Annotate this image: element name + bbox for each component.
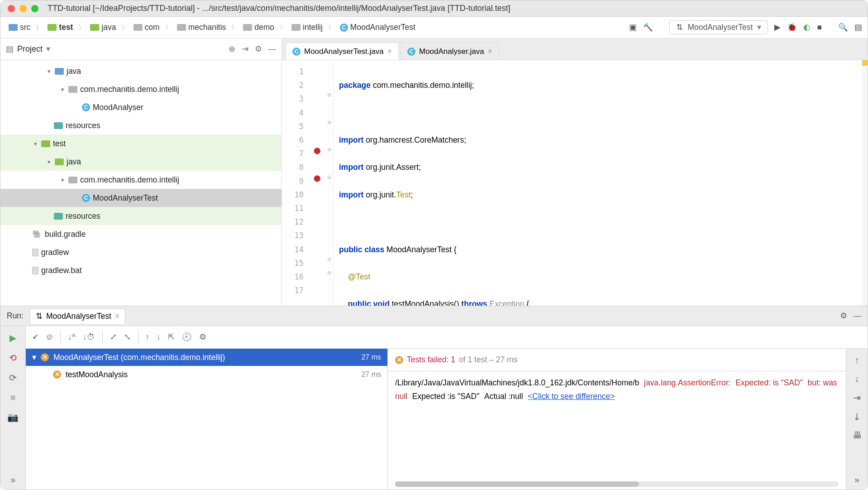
more-icon[interactable]: » (854, 475, 859, 485)
console-output[interactable]: /Library/Java/JavaVirtualMachines/jdk1.8… (388, 371, 846, 490)
run-tool-window: Run: ⇅ MoodAnalyserTest × ⚙ — ▶ ⟲ ⟳ ■ 📷 … (0, 306, 868, 490)
debug-button[interactable]: 🐞 (787, 23, 797, 32)
tab-moodanalyser[interactable]: CMoodAnalyser.java× (401, 43, 499, 60)
crumb-java[interactable]: java (87, 21, 119, 34)
maximize-window-button[interactable] (31, 5, 38, 12)
crumb-src[interactable]: src (6, 21, 33, 34)
run-config-select[interactable]: ⇅ MoodAnalyserTest ▾ (669, 20, 768, 34)
tree-java-main[interactable]: ▾java (0, 62, 281, 80)
tree-resources-test[interactable]: resources (0, 207, 281, 225)
hide-icon[interactable]: — (268, 44, 277, 54)
tree-test-root[interactable]: ▾test (0, 135, 281, 153)
project-structure-icon[interactable]: ▤ (854, 23, 862, 32)
collapse-all-button[interactable]: ⤡ (124, 332, 131, 342)
tab-moodanalysertest[interactable]: CMoodAnalyserTest.java× (286, 43, 399, 60)
code-editor[interactable]: 1234567891011121314151617 ⬤ ⬤ ⊖⊖⊖⊖⊖⊖ pac… (282, 60, 868, 306)
chevron-down-icon: ▾ (757, 23, 761, 32)
crumb-demo[interactable]: demo (240, 21, 277, 34)
collapse-icon[interactable]: ⇥ (242, 44, 248, 54)
print-button[interactable]: 🖶 (853, 430, 862, 441)
crumb-intellij[interactable]: intellij (289, 21, 325, 34)
rerun-failed-button[interactable]: ⟲ (9, 352, 17, 363)
next-test-button[interactable]: ↓ (157, 332, 161, 342)
tree-gradlew[interactable]: gradlew (0, 243, 281, 261)
run-tab[interactable]: ⇅ MoodAnalyserTest × (30, 308, 125, 324)
stop-button[interactable]: ■ (10, 392, 15, 403)
sort-alpha-button[interactable]: ↓ᴬ (68, 332, 76, 342)
stop-button[interactable]: ■ (817, 23, 822, 32)
scroll-to-end-button[interactable]: ⤓ (853, 411, 861, 422)
close-window-button[interactable] (8, 5, 15, 12)
hide-icon[interactable]: — (854, 311, 862, 321)
dump-button[interactable]: 📷 (7, 412, 19, 423)
run-button[interactable]: ▶ (774, 23, 781, 32)
fail-icon: ✕ (395, 356, 403, 364)
chevron-down-icon[interactable]: ▾ (46, 44, 50, 54)
tree-gradlew-bat[interactable]: gradlew.bat (0, 261, 281, 279)
export-button[interactable]: ⇱ (168, 332, 175, 342)
crumb-class[interactable]: CMoodAnalyserTest (337, 21, 418, 34)
test-case-row[interactable]: ✕ testMoodAnalysis 27 ms (26, 366, 387, 383)
navigation-bar: src〉 test〉 java〉 com〉 mechanitis〉 demo〉 … (0, 17, 868, 38)
close-icon[interactable]: × (115, 312, 119, 321)
navigate-target-icon[interactable]: ▣ (629, 23, 637, 32)
folder-icon (291, 24, 300, 31)
settings-button[interactable]: ⚙ (199, 332, 206, 342)
scroll-down-button[interactable]: ↓ (855, 374, 859, 384)
fold-gutter[interactable]: ⊖⊖⊖⊖⊖⊖ (325, 60, 334, 306)
toggle-auto-button[interactable]: ⟳ (9, 372, 17, 383)
crumb-test[interactable]: test (45, 21, 76, 34)
class-icon: C (82, 194, 90, 202)
project-tool-window: ▤ Project ▾ ⊕ ⇥ ⚙ — ▾java ▾com.mechaniti… (0, 38, 282, 306)
file-icon (32, 267, 38, 274)
minimize-window-button[interactable] (19, 5, 27, 12)
code-text[interactable]: package com.mechanitis.demo.intellij; im… (334, 60, 868, 306)
test-tree[interactable]: ▾ ✕ MoodAnalyserTest (com.mechanitis.dem… (26, 349, 388, 490)
more-icon[interactable]: » (10, 475, 15, 485)
project-dropdown-icon[interactable]: ▤ (6, 44, 14, 54)
folder-icon (41, 140, 50, 147)
difference-link[interactable]: <Click to see difference> (528, 392, 615, 401)
show-passed-button[interactable]: ✔ (32, 332, 39, 342)
tree-pkg-main[interactable]: ▾com.mechanitis.demo.intellij (0, 80, 281, 98)
scroll-up-button[interactable]: ↑ (855, 355, 859, 365)
close-icon[interactable]: × (488, 47, 492, 56)
close-icon[interactable]: × (387, 47, 392, 56)
tree-resources-main[interactable]: resources (0, 116, 281, 135)
horizontal-scrollbar[interactable] (395, 481, 839, 487)
console-right-toolbar: ↑ ↓ ⇥ ⤓ 🖶 » (846, 349, 868, 490)
tree-java-test[interactable]: ▾java (0, 153, 281, 171)
rerun-button[interactable]: ▶ (10, 332, 16, 343)
gear-icon[interactable]: ⚙ (840, 311, 847, 321)
gear-icon[interactable]: ⚙ (255, 44, 262, 54)
tree-class-moodanalysertest[interactable]: CMoodAnalyserTest (0, 189, 281, 207)
test-status: ✕ Tests failed: 1 of 1 test – 27 ms (388, 349, 846, 371)
expand-all-button[interactable]: ⤢ (110, 332, 117, 342)
show-ignored-button[interactable]: ⊘ (46, 332, 53, 342)
coverage-button[interactable]: ◐ (803, 23, 811, 32)
package-icon (68, 86, 77, 93)
fail-icon: ✕ (53, 370, 61, 379)
chevron-down-icon: ▾ (32, 353, 36, 362)
soft-wrap-button[interactable]: ⇥ (853, 392, 861, 403)
test-output: ✕ Tests failed: 1 of 1 test – 27 ms /Lib… (388, 349, 868, 490)
tree-pkg-test[interactable]: ▾com.mechanitis.demo.intellij (0, 171, 281, 189)
line-numbers: 1234567891011121314151617 (282, 60, 309, 306)
build-icon[interactable]: 🔨 (643, 23, 653, 32)
project-tree[interactable]: ▾java ▾com.mechanitis.demo.intellij CMoo… (0, 60, 281, 306)
scrollbar-marks[interactable] (862, 60, 868, 306)
crumb-com[interactable]: com (131, 21, 162, 34)
folder-icon (243, 24, 252, 31)
locate-icon[interactable]: ⊕ (229, 44, 235, 54)
tree-build-gradle[interactable]: 🐘build.gradle (0, 225, 281, 243)
tree-class-moodanalyser[interactable]: CMoodAnalyser (0, 98, 281, 116)
sort-time-button[interactable]: ↓⏱ (83, 332, 95, 342)
gradle-icon: 🐘 (32, 230, 42, 239)
crumb-mechanitis[interactable]: mechanitis (174, 21, 229, 34)
history-button[interactable]: 🕘 (182, 332, 192, 342)
test-suite-row[interactable]: ▾ ✕ MoodAnalyserTest (com.mechanitis.dem… (26, 349, 387, 366)
warning-stripe[interactable] (862, 60, 868, 66)
prev-test-button[interactable]: ↑ (146, 332, 150, 342)
gutter-run-marks[interactable]: ⬤ ⬤ (309, 60, 325, 306)
search-icon[interactable]: 🔍 (838, 23, 848, 32)
